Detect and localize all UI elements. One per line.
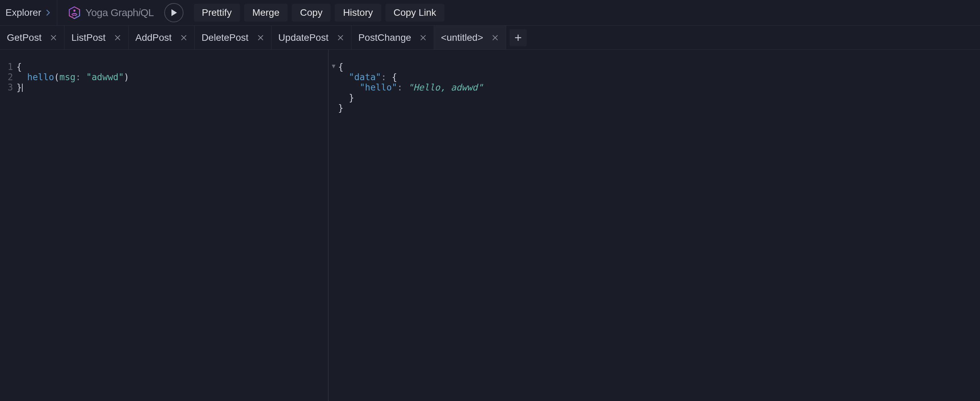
app-logo: Yoga GraphiQL xyxy=(57,6,164,19)
tab-label: GetPost xyxy=(7,32,41,43)
result-code: { "data": { "hello": "Hello, adwwd" } } xyxy=(328,62,483,401)
svg-marker-0 xyxy=(69,7,80,19)
close-icon[interactable] xyxy=(257,34,264,41)
tab-addpost[interactable]: AddPost xyxy=(129,26,195,49)
tab-label: <untitled> xyxy=(441,32,483,43)
result-pane: ▼ { "data": { "hello": "Hello, adwwd" } … xyxy=(328,50,980,401)
topbar: Explorer Yoga GraphiQL xyxy=(0,0,980,26)
copy-button[interactable]: Copy xyxy=(292,4,331,22)
close-icon[interactable] xyxy=(180,34,188,41)
editor-area: 1 2 3 { hello(msg: "adwwd") } ▼ { "data"… xyxy=(0,50,980,401)
tab-getpost[interactable]: GetPost xyxy=(0,26,64,49)
prettify-button[interactable]: Prettify xyxy=(194,4,240,22)
close-icon[interactable] xyxy=(419,34,427,41)
tab-label: DeletePost xyxy=(202,32,248,43)
close-icon[interactable] xyxy=(114,34,121,41)
tab-label: PostChange xyxy=(358,32,411,43)
svg-marker-2 xyxy=(172,9,177,16)
history-button[interactable]: History xyxy=(335,4,381,22)
explorer-toggle[interactable]: Explorer xyxy=(0,0,57,25)
app-title: Yoga GraphiQL xyxy=(85,7,154,19)
add-tab-button[interactable] xyxy=(509,29,527,46)
svg-point-1 xyxy=(73,10,75,12)
line-number-gutter: 1 2 3 xyxy=(0,62,16,401)
fold-toggle-icon[interactable]: ▼ xyxy=(331,63,337,70)
close-icon[interactable] xyxy=(337,34,344,41)
tab-updatepost[interactable]: UpdatePost xyxy=(272,26,352,49)
merge-button[interactable]: Merge xyxy=(244,4,288,22)
play-icon xyxy=(170,9,177,16)
close-icon[interactable] xyxy=(492,34,499,41)
query-editor[interactable]: 1 2 3 { hello(msg: "adwwd") } xyxy=(0,50,328,401)
plus-icon xyxy=(514,33,522,42)
tab-postchange[interactable]: PostChange xyxy=(352,26,434,49)
yoga-logo-icon xyxy=(68,6,81,19)
toolbar-buttons: Prettify Merge Copy History Copy Link xyxy=(194,4,445,22)
copy-link-button[interactable]: Copy Link xyxy=(385,4,445,22)
tab-label: UpdatePost xyxy=(278,32,328,43)
execute-button[interactable] xyxy=(164,3,183,22)
text-cursor xyxy=(22,84,22,92)
tab-deletepost[interactable]: DeletePost xyxy=(195,26,272,49)
tab-untitled[interactable]: <untitled> xyxy=(434,26,506,49)
chevron-right-icon xyxy=(45,9,51,16)
tab-listpost[interactable]: ListPost xyxy=(64,26,129,49)
close-icon[interactable] xyxy=(50,34,57,41)
explorer-label: Explorer xyxy=(5,7,41,18)
tab-label: AddPost xyxy=(135,32,172,43)
tabs-bar: GetPost ListPost AddPost DeletePost Upda… xyxy=(0,26,980,50)
tab-label: ListPost xyxy=(71,32,106,43)
query-code[interactable]: { hello(msg: "adwwd") } xyxy=(16,62,129,401)
